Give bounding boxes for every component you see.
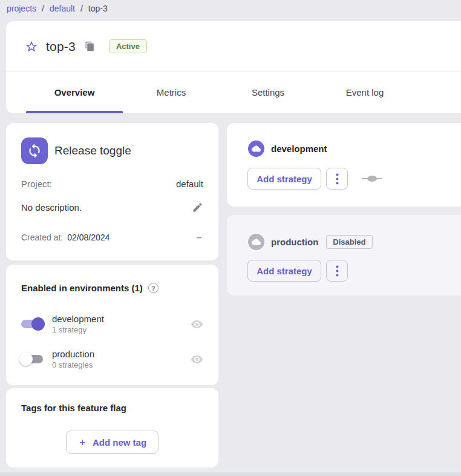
strategy-count: 0 strategies xyxy=(52,360,94,369)
flag-type-label: Release toggle xyxy=(54,137,131,164)
tab-event-log[interactable]: Event log xyxy=(316,71,413,113)
tab-overview[interactable]: Overview xyxy=(26,71,123,113)
cloud-environment-icon xyxy=(248,234,264,250)
tags-card: Tags for this feature flag Add new tag xyxy=(6,388,218,468)
production-toggle[interactable] xyxy=(19,352,45,366)
breadcrumb-separator: / xyxy=(80,4,83,13)
environment-panel-name: development xyxy=(271,144,327,154)
description-row: No description. xyxy=(21,202,203,213)
breadcrumb-link-projects[interactable]: projects xyxy=(7,4,36,13)
breadcrumb-separator: / xyxy=(42,4,44,13)
cloud-environment-icon xyxy=(248,140,264,157)
environment-name: production xyxy=(52,349,94,359)
project-value: default xyxy=(176,179,203,189)
horizontal-scrollbar[interactable] xyxy=(0,472,461,476)
copy-name-icon[interactable] xyxy=(85,41,95,51)
add-strategy-button[interactable]: Add strategy xyxy=(247,168,321,190)
created-value: 02/08/2024 xyxy=(67,233,110,242)
feature-flag-page: projects / default / top-3 top-3 Active … xyxy=(0,0,461,476)
description-text: No description. xyxy=(21,202,82,213)
tab-label: Settings xyxy=(252,87,284,98)
page-title: top-3 xyxy=(46,39,76,54)
environment-panel-name: production xyxy=(271,237,318,247)
header-card: top-3 Active Overview Metrics Settings E… xyxy=(6,21,461,113)
development-toggle[interactable] xyxy=(19,317,45,331)
environment-more-options-button[interactable] xyxy=(326,168,348,190)
tags-title: Tags for this feature flag xyxy=(21,403,126,413)
enabled-environments-title: Enabled in environments (1) xyxy=(21,283,143,293)
environment-row-production: production 0 strategies xyxy=(19,346,203,372)
project-row: Project: default xyxy=(21,179,203,189)
production-strategy-panel: production Disabled Add strategy xyxy=(227,215,461,296)
environment-more-options-button[interactable] xyxy=(326,260,348,282)
visibility-eye-icon[interactable] xyxy=(191,318,203,331)
edit-description-icon[interactable] xyxy=(192,202,203,213)
kebab-menu-icon xyxy=(336,173,339,185)
add-strategy-button[interactable]: Add strategy xyxy=(247,260,321,282)
created-label: Created at: xyxy=(21,233,63,242)
strategy-count: 1 strategy xyxy=(52,325,104,334)
add-new-tag-label: Add new tag xyxy=(93,437,146,448)
help-icon[interactable]: ? xyxy=(148,283,159,293)
favorite-star-icon[interactable] xyxy=(25,40,38,53)
development-strategy-panel: development Add strategy xyxy=(227,123,461,207)
tab-metrics[interactable]: Metrics xyxy=(123,71,220,113)
status-badge: Active xyxy=(109,39,147,53)
tab-bar: Overview Metrics Settings Event log xyxy=(26,71,413,113)
project-label: Project: xyxy=(21,179,52,189)
strategy-connector-icon xyxy=(362,176,382,182)
breadcrumb: projects / default / top-3 xyxy=(7,0,108,16)
flag-overview-card: Release toggle Project: default No descr… xyxy=(6,123,218,260)
tab-label: Event log xyxy=(346,87,384,98)
tab-settings[interactable]: Settings xyxy=(220,71,316,113)
release-toggle-icon xyxy=(21,137,48,164)
tab-label: Overview xyxy=(54,87,95,98)
add-new-tag-button[interactable]: Add new tag xyxy=(66,431,159,454)
kebab-menu-icon xyxy=(336,265,339,277)
lifecycle-placeholder: – xyxy=(197,232,203,242)
title-row: top-3 Active xyxy=(25,21,147,71)
breadcrumb-current: top-3 xyxy=(88,4,108,13)
environment-row-development: development 1 strategy xyxy=(19,311,203,337)
environment-name: development xyxy=(52,314,104,324)
created-row: Created at: 02/08/2024 – xyxy=(21,232,203,242)
visibility-eye-icon[interactable] xyxy=(191,353,203,366)
tab-label: Metrics xyxy=(157,87,186,98)
plus-icon xyxy=(78,438,87,447)
disabled-badge: Disabled xyxy=(326,235,372,249)
breadcrumb-link-default[interactable]: default xyxy=(50,4,75,13)
enabled-environments-card: Enabled in environments (1) ? developmen… xyxy=(6,265,218,385)
